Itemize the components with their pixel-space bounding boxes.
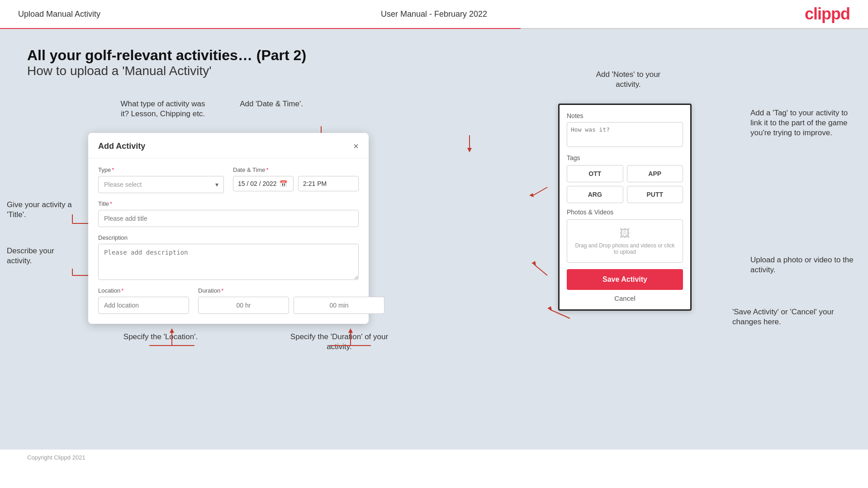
add-activity-modal: Add Activity × Type* Please select ▾ <box>88 133 369 324</box>
annotation-tag: Add a 'Tag' to your activity to link it … <box>750 108 854 138</box>
main-content: All your golf-relevant activities… (Part… <box>0 29 868 450</box>
modal-header: Add Activity × <box>88 133 369 158</box>
modal-title: Add Activity <box>98 142 145 151</box>
date-time-row: 15 / 02 / 2022 📅 2:21 PM <box>233 176 359 191</box>
tags-label: Tags <box>567 154 683 161</box>
annotation-save: 'Save Activity' or 'Cancel' your changes… <box>732 307 854 327</box>
logo: clippd <box>805 5 850 24</box>
annotation-title: Give your activity a 'Title'. <box>7 200 75 220</box>
svg-line-20 <box>531 187 547 196</box>
copyright: Copyright Clippd 2021 <box>27 454 85 461</box>
page-heading: All your golf-relevant activities… (Part… <box>27 47 841 78</box>
duration-group: Duration* <box>198 287 384 314</box>
description-label: Description <box>98 234 359 241</box>
time-input[interactable]: 2:21 PM <box>298 176 359 191</box>
annotation-duration: Specify the 'Duration' of your activity. <box>289 332 389 352</box>
location-duration-row: Location* Duration* <box>98 287 359 314</box>
notes-textarea[interactable] <box>567 122 683 147</box>
type-select[interactable]: Please select <box>98 176 224 193</box>
time-value: 2:21 PM <box>303 180 327 187</box>
duration-label: Duration* <box>198 287 384 294</box>
tags-section: Tags OTT APP ARG PUTT <box>567 154 683 203</box>
modal-body: Type* Please select ▾ Date & Time* <box>88 158 369 324</box>
date-value: 15 / 02 / 2022 <box>238 180 277 187</box>
photo-upload-area[interactable]: 🖼 Drag and Drop photos and videos or cli… <box>567 219 683 263</box>
close-button[interactable]: × <box>353 141 359 152</box>
location-label: Location* <box>98 287 189 294</box>
phone-inner: Notes Tags OTT APP ARG PUTT Photos & Vid… <box>560 105 690 309</box>
page-title: Upload Manual Activity <box>18 9 100 19</box>
duration-hr-input[interactable] <box>198 297 289 314</box>
type-datetime-row: Type* Please select ▾ Date & Time* <box>98 166 359 193</box>
date-input[interactable]: 15 / 02 / 2022 📅 <box>233 176 294 191</box>
datetime-label: Date & Time* <box>233 166 359 173</box>
heading-1: All your golf-relevant activities… (Part… <box>27 47 841 64</box>
subtitle: User Manual - February 2022 <box>381 9 487 19</box>
annotation-location: Specify the 'Location'. <box>115 332 206 342</box>
annotation-upload: Upload a photo or video to the activity. <box>750 255 854 275</box>
title-label: Title* <box>98 200 359 207</box>
notes-section: Notes <box>567 112 683 149</box>
calendar-icon: 📅 <box>280 180 287 187</box>
duration-min-input[interactable] <box>294 297 384 314</box>
notes-label: Notes <box>567 112 683 119</box>
description-textarea[interactable] <box>98 244 359 280</box>
annotation-notes: Add 'Notes' to your activity. <box>583 70 674 90</box>
location-input[interactable] <box>98 297 189 314</box>
type-select-wrapper: Please select ▾ <box>98 176 224 193</box>
svg-line-22 <box>534 264 547 275</box>
photos-label: Photos & Videos <box>567 208 683 216</box>
annotation-type: What type of activity was it? Lesson, Ch… <box>118 99 208 119</box>
annotation-datetime: Add 'Date & Time'. <box>226 99 317 109</box>
annotation-description: Describe your activity. <box>7 246 75 266</box>
location-group: Location* <box>98 287 189 314</box>
svg-marker-23 <box>531 261 536 265</box>
svg-marker-19 <box>467 148 472 152</box>
type-group: Type* Please select ▾ <box>98 166 224 193</box>
datetime-group: Date & Time* 15 / 02 / 2022 📅 2:21 PM <box>233 166 359 193</box>
photo-hint: Drag and Drop photos and videos or click… <box>575 242 674 255</box>
save-activity-button[interactable]: Save Activity <box>567 269 683 290</box>
title-input[interactable] <box>98 210 359 227</box>
svg-line-24 <box>550 309 570 318</box>
phone-panel: Notes Tags OTT APP ARG PUTT Photos & Vid… <box>558 104 692 311</box>
tag-arg[interactable]: ARG <box>567 186 623 203</box>
tag-putt[interactable]: PUTT <box>627 186 683 203</box>
type-label: Type* <box>98 166 224 173</box>
heading-2: How to upload a 'Manual Activity' <box>27 64 841 78</box>
photo-icon: 🖼 <box>574 227 675 240</box>
footer: Copyright Clippd 2021 <box>0 450 868 465</box>
tag-app[interactable]: APP <box>627 165 683 182</box>
cancel-link[interactable]: Cancel <box>567 294 683 302</box>
top-bar: Upload Manual Activity User Manual - Feb… <box>0 0 868 28</box>
description-group: Description <box>98 234 359 280</box>
duration-inputs <box>198 297 384 314</box>
svg-marker-21 <box>529 193 534 197</box>
photos-section: Photos & Videos 🖼 Drag and Drop photos a… <box>567 208 683 263</box>
tag-ott[interactable]: OTT <box>567 165 623 182</box>
title-group: Title* <box>98 200 359 227</box>
svg-marker-25 <box>547 306 552 310</box>
tags-grid: OTT APP ARG PUTT <box>567 165 683 203</box>
